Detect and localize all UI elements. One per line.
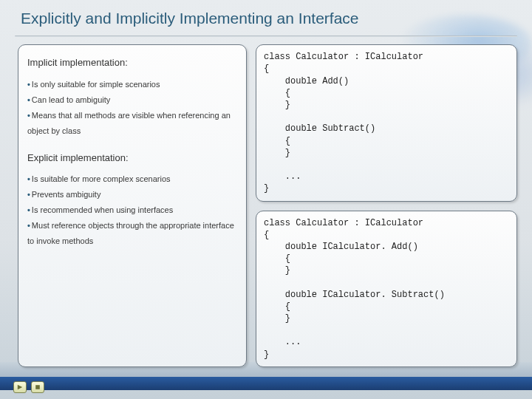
explicit-heading: Explicit implementation: [27,149,237,168]
footer-controls [13,381,44,393]
implicit-bullet: •Is only suitable for simple scenarios [27,77,237,92]
explicit-bullet: •Is suitable for more complex scenarios [27,171,237,187]
svg-marker-0 [18,385,22,389]
svg-rect-1 [35,385,40,389]
page-title: Explicitly and Implicitly Implementing a… [0,0,532,34]
footer-bar [0,377,532,390]
content-area: Implicit implementation: •Is only suitab… [18,44,517,367]
code-box-explicit: class Calculator : ICalculator { double … [256,211,517,367]
explicit-bullet: •Is recommended when using interfaces [27,202,237,218]
title-divider [15,35,517,37]
play-button[interactable] [13,381,27,393]
stop-icon [35,384,41,390]
play-icon [17,384,23,390]
stop-button[interactable] [31,381,44,393]
implicit-heading: Implicit implementation: [27,54,237,72]
text-panel: Implicit implementation: •Is only suitab… [18,44,247,367]
implicit-bullet: •Can lead to ambiguity [27,92,237,108]
code-column: class Calculator : ICalculator { double … [256,44,517,367]
explicit-bullet: •Must reference objects through the appr… [27,218,237,249]
code-box-implicit: class Calculator : ICalculator { double … [256,44,517,201]
explicit-bullet: •Prevents ambiguity [27,187,237,202]
implicit-bullet: •Means that all methods are visible when… [27,108,237,139]
